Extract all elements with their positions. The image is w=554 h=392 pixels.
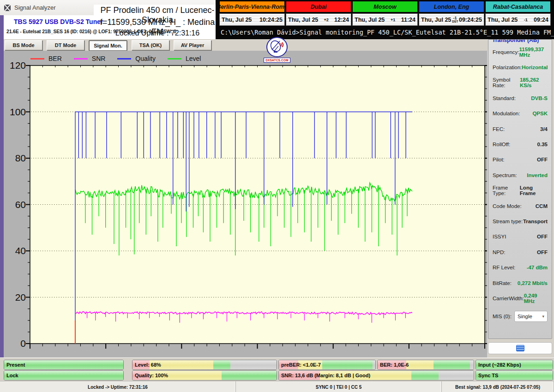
indicator-input: Input (~282 Kbps) — [476, 360, 553, 370]
clock-time: 12:24 — [334, 17, 349, 23]
param-row-modulation-: Modulation:QPSK — [488, 106, 552, 121]
param-row-pilot-: Pilot:OFF — [488, 152, 552, 167]
chevron-down-icon: ▾ — [542, 314, 544, 319]
mis-label: MIS (0): — [493, 314, 512, 319]
param-row-standard-: Standard:DVB-S — [488, 90, 552, 106]
clock-time-row: Thu, Jul 25+111:24 — [352, 13, 418, 26]
clock-city-label: Dubai — [286, 1, 351, 12]
tab-dt-mode[interactable]: DT Mode — [47, 40, 84, 50]
param-label: Code Mode: — [493, 203, 522, 209]
clock-utc-offset: +1 — [385, 18, 401, 22]
param-row-spectrum-: Spectrum:Inverted — [488, 167, 552, 183]
clock-date: Thu, Jul 25 — [488, 17, 518, 23]
param-label: Stream type: — [493, 219, 523, 224]
indicator-preber: preBER: <1.0E-7 — [278, 360, 376, 370]
tab-bs-mode[interactable]: BS Mode — [5, 40, 42, 50]
param-label: RollOff: — [493, 142, 510, 147]
mis-dropdown[interactable]: Single ▾ — [514, 311, 548, 322]
status-locked-uptime: Locked -> Uptime: 72:31:16 — [0, 381, 236, 392]
param-label: Frame Type: — [493, 185, 520, 196]
list-icon — [516, 345, 524, 351]
clock-time: 09:24 — [534, 17, 548, 23]
indicator-ber: BER: 1,0E-6 — [377, 360, 474, 370]
signal-chart — [4, 51, 487, 357]
status-bar: Locked -> Uptime: 72:31:16 SYNC 0 | TEI … — [0, 381, 554, 392]
bar-segment — [470, 360, 474, 369]
bar-segment — [322, 360, 373, 369]
transponder-panel-header: Transponder (AB) [BS] — [488, 40, 552, 44]
console-command-line: C:\Users\Roman Dávid>Signal monitoring_P… — [221, 29, 554, 36]
window-border-strip — [0, 15, 4, 381]
bar-segment — [434, 360, 470, 369]
bar-segment — [439, 371, 474, 380]
param-label: RF Level: — [493, 265, 515, 270]
param-row-polarization-: Polarization:Horizontal — [488, 59, 552, 75]
tab-bar: BS ModeDT ModeSignal Mon.TSA (OK)AV Play… — [4, 39, 487, 51]
param-row-npd-: NPD:OFF — [488, 244, 552, 260]
param-row-code-mode-: Code Mode:CCM — [488, 198, 552, 214]
param-value: OFF — [537, 249, 548, 255]
tuner-name: TBS 5927 USB DVB-S2 Tuner — [14, 18, 103, 25]
param-row-issyi: ISSYIOFF — [488, 229, 552, 244]
indicator-level: Level: 68% — [132, 360, 277, 370]
chart-area: BERSNRQualityLevel 020406080100120 — [4, 51, 487, 357]
stream-list-button[interactable] — [488, 342, 552, 354]
param-label: Pilot: — [493, 157, 505, 162]
param-value: QPSK — [532, 111, 548, 116]
bar-segment — [4, 371, 123, 380]
param-row-fec-: FEC:3/4 — [488, 121, 552, 137]
clock-date: Thu, Jul 25 — [222, 17, 252, 23]
param-row-frame-type-: Frame Type:Long Frame — [488, 183, 552, 198]
param-row-stream-type-: Stream type:Transport — [488, 214, 552, 229]
bar-segment — [411, 371, 439, 380]
indicator-quality: Quality: 100% — [132, 370, 277, 380]
param-value: Long Frame — [520, 185, 548, 196]
tab-tsa-ok-[interactable]: TSA (OK) — [132, 40, 169, 50]
indicator-bars-background: PresentLevel: 68%preBER: <1.0E-7BER: 1,0… — [0, 357, 554, 381]
param-value: Horizontal — [522, 65, 548, 70]
param-label: CarrierWidth: — [493, 296, 524, 301]
indicator-label: Lock — [6, 371, 18, 380]
param-value: 11599,337 MHz — [519, 47, 548, 58]
clock-date: Thu, Jul 25 — [355, 17, 385, 23]
indicator-sync: Sync TS — [476, 370, 553, 380]
param-label: BitRate: — [493, 280, 512, 286]
clock-city-label: Berlin-Paris-Vienna-Roma — [219, 1, 285, 12]
bar-segment — [213, 360, 230, 369]
clock-time-row: Thu, Jul 25-1DST09:24:25 — [419, 13, 484, 26]
clock-utc-offset: +2 — [318, 18, 334, 22]
param-row-symbol-rate-: Symbol Rate:185,262 KS/s — [488, 75, 552, 90]
indicator-label: BER: 1,0E-6 — [380, 360, 409, 369]
indicator-present: Present — [4, 360, 124, 370]
indicator-label: SNR: 13,6 dB (Margin: 8,1 dB | Good) — [281, 371, 370, 380]
clock-time-row: Thu, Jul 2510:24:25 — [219, 13, 285, 26]
clock-time: 09:24:25 — [459, 17, 482, 23]
app-icon — [4, 4, 11, 12]
param-row-frequency-: Frequency:11599,337 MHz — [488, 44, 552, 59]
tab-av-player[interactable]: AV Player — [174, 40, 211, 50]
param-row-rf-level-: RF Level:-47 dBm — [488, 260, 552, 275]
param-label: FEC: — [493, 126, 505, 132]
param-label: NPD: — [493, 249, 505, 255]
clock-time: 11:24 — [401, 17, 416, 23]
param-value: OFF — [537, 234, 548, 239]
status-best-signal: Best signal: 13,9 dB (2024-07-25 07:05) — [442, 381, 554, 392]
clock-city-label: London, Eng — [419, 1, 484, 12]
clock-utc-offset: -1DST — [451, 16, 459, 24]
param-label: Frequency: — [493, 49, 519, 55]
dxsatcs-logo: DXSATCS.COM — [264, 37, 290, 63]
clock-utc-offset: -1 — [518, 18, 534, 22]
transponder-panel: Transponder (AB) [BS] Frequency:11599,33… — [488, 39, 552, 339]
param-label: Polarization: — [493, 65, 522, 70]
param-label: Standard: — [493, 95, 516, 101]
param-value: 0,272 Mbit/s — [518, 280, 548, 286]
window-title: Signal Analyzer — [14, 4, 56, 11]
param-label: Symbol Rate: — [493, 77, 520, 88]
param-row-bitrate-: BitRate:0,272 Mbit/s — [488, 275, 552, 291]
tab-signal-mon-[interactable]: Signal Mon. — [89, 40, 127, 51]
bar-segment — [222, 371, 277, 380]
clock-time: 10:24:25 — [259, 17, 283, 23]
clock-city-label: Moscow — [352, 1, 418, 12]
clock-berlin-paris-vienna-roma: Berlin-Paris-Vienna-RomaThu, Jul 2510:24… — [219, 1, 285, 26]
param-value: 3/4 — [540, 126, 548, 132]
